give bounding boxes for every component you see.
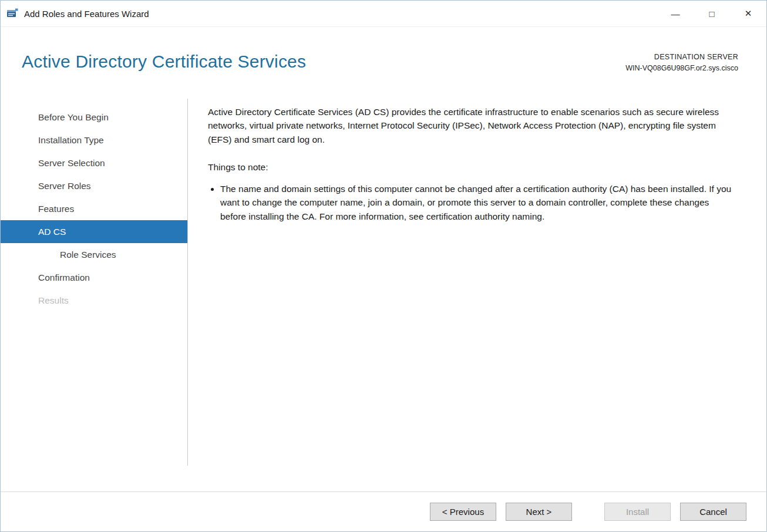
wizard-footer: < Previous Next > Install Cancel <box>1 491 766 531</box>
destination-server-label: DESTINATION SERVER <box>625 52 738 63</box>
wizard-window: Add Roles and Features Wizard — □ ✕ Acti… <box>0 0 767 532</box>
window-title: Add Roles and Features Wizard <box>24 9 657 19</box>
adcs-description: Active Directory Certificate Services (A… <box>208 105 732 146</box>
page-title: Active Directory Certificate Services <box>22 52 306 72</box>
maximize-button[interactable]: □ <box>694 1 730 26</box>
install-button: Install <box>604 503 671 521</box>
sidebar-item-role-services[interactable]: Role Services <box>1 243 187 266</box>
sidebar-item-features[interactable]: Features <box>1 197 187 220</box>
close-button[interactable]: ✕ <box>730 1 766 26</box>
cancel-button[interactable]: Cancel <box>680 503 746 521</box>
sidebar-item-installation-type[interactable]: Installation Type <box>1 129 187 151</box>
page-content: Active Directory Certificate Services (A… <box>188 95 766 491</box>
sidebar-item-before-you-begin[interactable]: Before You Begin <box>1 106 187 129</box>
sidebar-item-confirmation[interactable]: Confirmation <box>1 266 187 289</box>
sidebar-item-server-selection[interactable]: Server Selection <box>1 151 187 174</box>
window-controls: — □ ✕ <box>657 1 766 26</box>
things-to-note-heading: Things to note: <box>208 160 732 174</box>
sidebar-item-ad-cs[interactable]: AD CS <box>1 220 187 243</box>
title-bar: Add Roles and Features Wizard — □ ✕ <box>1 1 766 27</box>
minimize-button[interactable]: — <box>657 1 694 26</box>
destination-server-name: WIN-VQ08G6U98GF.or2.sys.cisco <box>625 63 738 74</box>
wizard-steps-sidebar: Before You Begin Installation Type Serve… <box>1 95 187 491</box>
note-bullet: The name and domain settings of this com… <box>220 182 732 223</box>
previous-button[interactable]: < Previous <box>430 503 496 521</box>
notes-list: The name and domain settings of this com… <box>208 182 732 223</box>
wizard-header: Active Directory Certificate Services DE… <box>1 27 766 95</box>
wizard-icon[interactable] <box>6 8 18 19</box>
next-button[interactable]: Next > <box>506 503 572 521</box>
sidebar-item-server-roles[interactable]: Server Roles <box>1 174 187 197</box>
destination-server-block: DESTINATION SERVER WIN-VQ08G6U98GF.or2.s… <box>625 52 738 75</box>
wizard-body: Before You Begin Installation Type Serve… <box>1 95 766 491</box>
sidebar-item-results: Results <box>1 289 187 312</box>
